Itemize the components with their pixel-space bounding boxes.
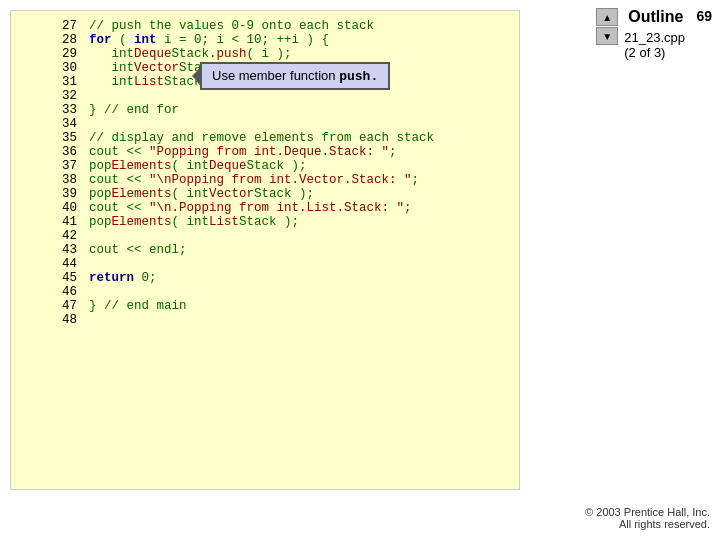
table-row: 45 return 0; — [61, 271, 511, 285]
table-row: 28 for ( int i = 0; i < 10; ++i ) { — [61, 33, 511, 47]
line-number: 37 — [61, 159, 89, 173]
code-line: cout << "Popping from int.Deque.Stack: "… — [89, 145, 511, 159]
line-number: 28 — [61, 33, 89, 47]
table-row: 43 cout << endl; — [61, 243, 511, 257]
prev-arrow-button[interactable]: ▲ — [596, 8, 618, 26]
code-line: cout << "\nPopping from int.Vector.Stack… — [89, 173, 511, 187]
line-number: 41 — [61, 215, 89, 229]
line-number: 47 — [61, 299, 89, 313]
line-number: 42 — [61, 229, 89, 243]
code-line — [89, 89, 511, 103]
code-line — [89, 117, 511, 131]
code-line: // push the values 0-9 onto each stack — [89, 19, 511, 33]
code-line: return 0; — [89, 271, 511, 285]
table-row: 44 — [61, 257, 511, 271]
line-number: 32 — [61, 89, 89, 103]
next-arrow-button[interactable]: ▼ — [596, 27, 618, 45]
line-number: 43 — [61, 243, 89, 257]
line-number: 39 — [61, 187, 89, 201]
code-line — [89, 313, 511, 327]
nav-arrows[interactable]: ▲ ▼ — [596, 8, 618, 45]
callout-bubble: Use member function push. — [200, 62, 390, 90]
table-row: 40 cout << "\n.Popping from int.List.Sta… — [61, 201, 511, 215]
page-container: 69 ▲ ▼ Outline 21_23.cpp (2 of 3) 27 // … — [0, 0, 720, 540]
footer-rights: All rights reserved. — [585, 518, 710, 530]
table-row: 29 intDequeStack.push( i ); — [61, 47, 511, 61]
table-row: 39 popElements( intVectorStack ); — [61, 187, 511, 201]
slide-filename: 21_23.cpp — [624, 30, 685, 45]
line-number: 29 — [61, 47, 89, 61]
line-number: 36 — [61, 145, 89, 159]
code-line — [89, 229, 511, 243]
code-line: cout << endl; — [89, 243, 511, 257]
table-row: 27 // push the values 0-9 onto each stac… — [61, 19, 511, 33]
line-number: 48 — [61, 313, 89, 327]
callout-highlight: push. — [339, 69, 378, 84]
code-line: intDequeStack.push( i ); — [89, 47, 511, 61]
table-row: 47 } // end main — [61, 299, 511, 313]
table-row: 36 cout << "Popping from int.Deque.Stack… — [61, 145, 511, 159]
code-line: popElements( intVectorStack ); — [89, 187, 511, 201]
line-number: 45 — [61, 271, 89, 285]
table-row: 46 — [61, 285, 511, 299]
code-line: } // end main — [89, 299, 511, 313]
code-line: cout << "\n.Popping from int.List.Stack:… — [89, 201, 511, 215]
slide-info: 21_23.cpp (2 of 3) — [624, 30, 685, 60]
line-number: 44 — [61, 257, 89, 271]
table-row: 41 popElements( intListStack ); — [61, 215, 511, 229]
line-number: 30 — [61, 61, 89, 75]
table-row: 42 — [61, 229, 511, 243]
table-row: 32 — [61, 89, 511, 103]
code-line: for ( int i = 0; i < 10; ++i ) { — [89, 33, 511, 47]
callout-text: Use member function — [212, 68, 339, 83]
line-number: 38 — [61, 173, 89, 187]
code-line — [89, 257, 511, 271]
table-row: 33 } // end for — [61, 103, 511, 117]
table-row: 48 — [61, 313, 511, 327]
table-row: 38 cout << "\nPopping from int.Vector.St… — [61, 173, 511, 187]
footer-copyright: © 2003 Prentice Hall, Inc. — [585, 506, 710, 518]
code-line — [89, 285, 511, 299]
slide-page: (2 of 3) — [624, 45, 685, 60]
page-number: 69 — [696, 8, 712, 24]
line-number: 27 — [61, 19, 89, 33]
code-line: // display and remove elements from each… — [89, 131, 511, 145]
footer: © 2003 Prentice Hall, Inc. All rights re… — [585, 506, 710, 530]
table-row: 34 — [61, 117, 511, 131]
code-line: popElements( intDequeStack ); — [89, 159, 511, 173]
line-number: 31 — [61, 75, 89, 89]
line-number: 46 — [61, 285, 89, 299]
outline-controls-area: ▲ ▼ Outline 21_23.cpp (2 of 3) — [596, 8, 685, 60]
line-number: 35 — [61, 131, 89, 145]
code-line: popElements( intListStack ); — [89, 215, 511, 229]
line-number: 40 — [61, 201, 89, 215]
line-number: 34 — [61, 117, 89, 131]
table-row: 37 popElements( intDequeStack ); — [61, 159, 511, 173]
code-line: } // end for — [89, 103, 511, 117]
line-number: 33 — [61, 103, 89, 117]
table-row: 35 // display and remove elements from e… — [61, 131, 511, 145]
outline-label[interactable]: Outline — [628, 8, 683, 26]
